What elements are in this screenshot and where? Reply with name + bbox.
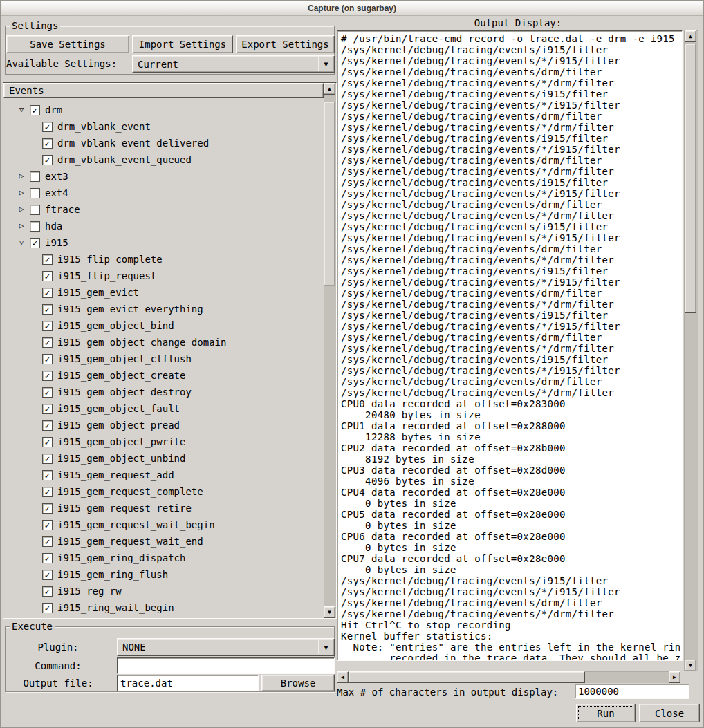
chevron-down-icon[interactable]: ▼ bbox=[319, 640, 333, 654]
output-file-label: Output file: bbox=[8, 676, 109, 690]
tree-row[interactable]: ✓i915_gem_request_complete bbox=[4, 483, 322, 500]
tree-row[interactable]: ✓i915_gem_object_unbind bbox=[4, 450, 322, 467]
plugin-value: NONE bbox=[122, 642, 146, 653]
event-checkbox[interactable] bbox=[30, 205, 40, 215]
scroll-down-icon[interactable]: ▼ bbox=[685, 660, 696, 671]
event-checkbox[interactable]: ✓ bbox=[42, 271, 53, 281]
event-checkbox[interactable]: ✓ bbox=[42, 354, 53, 364]
events-scrollbar-thumb[interactable] bbox=[324, 102, 335, 286]
tree-row[interactable]: ✓drm_vblank_event_delivered bbox=[4, 135, 322, 151]
tree-row[interactable]: ✓i915_gem_ring_dispatch bbox=[4, 550, 322, 566]
tree-row[interactable]: ✓i915_gem_evict bbox=[4, 284, 322, 301]
event-checkbox[interactable] bbox=[30, 171, 40, 182]
tree-row[interactable]: ✓i915_gem_object_clflush bbox=[4, 351, 322, 367]
tree-row[interactable]: ✓i915_gem_request_retire bbox=[4, 500, 322, 516]
plugin-label: Plugin: bbox=[8, 640, 109, 654]
output-hscrollbar-thumb[interactable] bbox=[349, 671, 585, 683]
expander-collapsed-icon[interactable]: ▷ bbox=[17, 188, 26, 198]
tree-row[interactable]: ✓i915_flip_request bbox=[4, 268, 322, 284]
browse-button[interactable]: Browse bbox=[261, 675, 335, 691]
event-checkbox[interactable]: ✓ bbox=[42, 470, 53, 480]
event-checkbox[interactable]: ✓ bbox=[42, 321, 53, 331]
tree-row[interactable]: ✓i915_gem_object_pwrite bbox=[4, 433, 322, 450]
event-checkbox[interactable]: ✓ bbox=[30, 238, 40, 248]
scroll-down-icon[interactable]: ▼ bbox=[324, 606, 335, 618]
run-button[interactable]: Run bbox=[576, 704, 636, 722]
tree-row[interactable]: ▷ext3 bbox=[4, 168, 322, 185]
event-checkbox[interactable]: ✓ bbox=[42, 570, 53, 580]
titlebar[interactable]: Capture (on sugarbay) bbox=[1, 1, 703, 16]
event-checkbox[interactable]: ✓ bbox=[42, 420, 53, 431]
event-checkbox[interactable]: ✓ bbox=[30, 105, 40, 115]
tree-row[interactable]: ▽✓i915 bbox=[4, 234, 322, 251]
output-hscrollbar[interactable]: ◀ ▶ bbox=[337, 671, 680, 683]
expander-expanded-icon[interactable]: ▽ bbox=[17, 105, 26, 115]
tree-row[interactable]: ▷ftrace bbox=[4, 201, 322, 218]
save-settings-button[interactable]: Save Settings bbox=[6, 35, 129, 53]
event-checkbox[interactable]: ✓ bbox=[42, 288, 53, 298]
output-vscrollbar-thumb[interactable] bbox=[685, 44, 696, 313]
tree-row[interactable]: ✓i915_gem_request_wait_begin bbox=[4, 516, 322, 533]
tree-row[interactable]: ✓i915_ring_wait_begin bbox=[4, 599, 322, 616]
tree-row[interactable]: ✓i915_gem_object_destroy bbox=[4, 384, 322, 400]
event-checkbox[interactable] bbox=[30, 221, 40, 232]
tree-row[interactable]: ▷hda bbox=[4, 218, 322, 234]
tree-row[interactable]: ✓i915_gem_object_pread bbox=[4, 417, 322, 433]
event-checkbox[interactable]: ✓ bbox=[42, 155, 53, 165]
tree-row[interactable]: ▽✓drm bbox=[4, 102, 322, 118]
scroll-right-icon[interactable]: ▶ bbox=[669, 671, 680, 683]
events-scrollbar[interactable]: ▲ ▼ bbox=[324, 83, 336, 618]
event-checkbox[interactable]: ✓ bbox=[42, 520, 53, 530]
event-checkbox[interactable]: ✓ bbox=[42, 536, 53, 547]
events-column-header[interactable]: Events bbox=[3, 83, 324, 98]
event-checkbox[interactable]: ✓ bbox=[42, 371, 53, 381]
event-checkbox[interactable]: ✓ bbox=[42, 387, 53, 398]
event-checkbox[interactable]: ✓ bbox=[42, 586, 53, 597]
tree-row[interactable]: ✓i915_gem_object_fault bbox=[4, 400, 322, 417]
plugin-combo[interactable]: NONE ▼ bbox=[117, 638, 335, 656]
export-settings-button[interactable]: Export Settings bbox=[236, 35, 335, 53]
tree-row[interactable]: ▷ext4 bbox=[4, 185, 322, 201]
event-checkbox[interactable]: ✓ bbox=[42, 454, 53, 464]
command-input[interactable] bbox=[117, 657, 335, 674]
tree-row[interactable]: ✓drm_vblank_event bbox=[4, 118, 322, 135]
event-checkbox[interactable]: ✓ bbox=[42, 254, 53, 265]
expander-collapsed-icon[interactable]: ▷ bbox=[17, 221, 26, 231]
tree-row[interactable]: ✓i915_gem_request_wait_end bbox=[4, 533, 322, 550]
available-settings-combo[interactable]: Current ▼ bbox=[132, 55, 335, 73]
event-checkbox[interactable]: ✓ bbox=[42, 603, 53, 613]
event-label: drm_vblank_event_delivered bbox=[57, 138, 209, 149]
tree-row[interactable]: ✓i915_gem_object_bind bbox=[4, 317, 322, 334]
max-chars-input[interactable] bbox=[575, 684, 689, 699]
event-label: i915_gem_object_destroy bbox=[57, 386, 192, 398]
tree-row[interactable]: ✓i915_gem_object_create bbox=[4, 367, 322, 384]
tree-row[interactable]: ✓i915_flip_complete bbox=[4, 251, 322, 268]
expander-expanded-icon[interactable]: ▽ bbox=[17, 238, 26, 248]
event-checkbox[interactable]: ✓ bbox=[42, 437, 53, 447]
event-checkbox[interactable]: ✓ bbox=[42, 553, 53, 563]
output-file-input[interactable] bbox=[117, 675, 259, 691]
event-checkbox[interactable]: ✓ bbox=[42, 337, 53, 348]
event-checkbox[interactable]: ✓ bbox=[42, 503, 53, 514]
tree-row[interactable]: ✓i915_gem_evict_everything bbox=[4, 301, 322, 317]
expander-collapsed-icon[interactable]: ▷ bbox=[17, 171, 26, 181]
expander-collapsed-icon[interactable]: ▷ bbox=[17, 205, 26, 214]
event-checkbox[interactable]: ✓ bbox=[42, 304, 53, 315]
close-button[interactable]: Close bbox=[639, 704, 700, 722]
tree-row[interactable]: ✓i915_gem_request_add bbox=[4, 467, 322, 483]
tree-row[interactable]: ✓i915_gem_object_change_domain bbox=[4, 334, 322, 351]
event-checkbox[interactable] bbox=[30, 188, 40, 198]
output-vscrollbar[interactable]: ▲ ▼ bbox=[684, 30, 698, 671]
scroll-up-icon[interactable]: ▲ bbox=[324, 83, 335, 95]
import-settings-button[interactable]: Import Settings bbox=[132, 35, 233, 53]
tree-row[interactable]: ✓drm_vblank_event_queued bbox=[4, 151, 322, 168]
event-checkbox[interactable]: ✓ bbox=[42, 487, 53, 497]
event-checkbox[interactable]: ✓ bbox=[42, 122, 53, 132]
tree-row[interactable]: ✓i915_reg_rw bbox=[4, 583, 322, 599]
chevron-down-icon[interactable]: ▼ bbox=[319, 57, 333, 71]
event-checkbox[interactable]: ✓ bbox=[42, 404, 53, 414]
event-checkbox[interactable]: ✓ bbox=[42, 138, 53, 149]
scroll-up-icon[interactable]: ▲ bbox=[685, 30, 696, 42]
tree-row[interactable]: ✓i915_gem_ring_flush bbox=[4, 566, 322, 583]
scroll-left-icon[interactable]: ◀ bbox=[337, 671, 349, 683]
